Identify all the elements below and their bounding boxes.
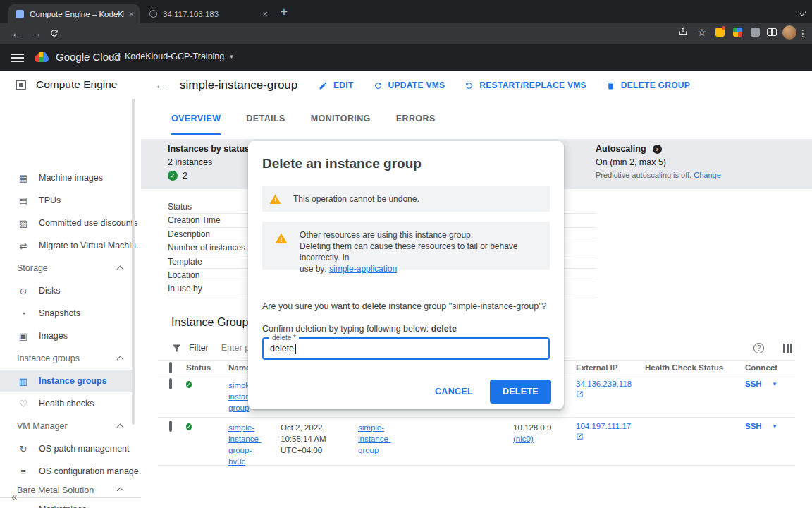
tab-details[interactable]: DETAILS (246, 99, 285, 135)
product-header: Compute Engine (0, 71, 141, 98)
sidebar-item-migrate[interactable]: ⇄Migrate to Virtual Machin... (0, 234, 141, 257)
sidebar-item-committed-use-discounts[interactable]: ▧Committed use discounts (0, 212, 141, 234)
page-header: ← simple-instance-group EDIT UPDATE VMS … (141, 71, 812, 99)
reload-icon[interactable] (49, 28, 59, 40)
ssh-button[interactable]: SSH▾ (745, 380, 795, 388)
extension-icon[interactable] (751, 28, 760, 37)
sidebar-item-instance-groups[interactable]: ▥Instance groups (0, 370, 134, 392)
status-ok-icon: ✓ (186, 423, 192, 430)
tab-monitoring[interactable]: MONITORING (311, 99, 371, 135)
tab-search-chevron-icon[interactable] (798, 8, 806, 16)
simple-application-link[interactable]: simple-application (329, 264, 397, 274)
open-in-new-icon[interactable] (576, 390, 584, 399)
share-icon[interactable] (678, 26, 688, 36)
browser-menu-icon[interactable]: ⋮ (798, 28, 808, 39)
external-ip-link[interactable]: 34.136.239.118 (576, 380, 632, 388)
sidebar-item-snapshots[interactable]: ◔Snapshots (0, 302, 141, 325)
creation-time: Oct 2, 2022,10:55:14 AMUTC+04:00 (278, 422, 355, 465)
split-screen-icon[interactable] (767, 28, 777, 36)
open-in-new-icon[interactable] (576, 433, 584, 442)
sidebar-section-bare-metal[interactable]: Bare Metal Solution (0, 483, 141, 497)
cancel-button[interactable]: CANCEL (435, 387, 473, 397)
tab-errors[interactable]: ERRORS (396, 99, 436, 135)
external-ip-link[interactable]: 104.197.111.17 (576, 422, 631, 430)
ok-count: 2 (183, 171, 187, 181)
change-link[interactable]: Change (694, 171, 721, 179)
sidebar-section-instance-groups[interactable]: Instance groups (0, 347, 141, 370)
extension-icon[interactable] (715, 28, 725, 37)
status-ok-icon: ✓ (186, 381, 192, 388)
sidebar-item-os-config[interactable]: ≡OS configuration manage... (0, 460, 141, 483)
browser-tab-active[interactable]: Compute Engine – KodeKloud... × (8, 4, 140, 23)
col-external-ip: External IP (573, 363, 642, 372)
col-health-check: Health Check Status (642, 363, 739, 372)
warning-triangle-icon (275, 232, 288, 245)
disks-icon: ⊙ (17, 286, 30, 296)
sidebar-section-vm-manager[interactable]: VM Manager (0, 415, 141, 437)
tab-overview[interactable]: OVERVIEW (171, 99, 221, 135)
warning-banner: Other resources are using this instance … (262, 222, 550, 270)
info-icon[interactable]: i (653, 145, 662, 154)
project-selector[interactable]: KodeKloud-GCP-Training ▾ (113, 52, 233, 61)
close-tab-icon[interactable]: × (128, 9, 134, 18)
extension-icon[interactable] (733, 28, 742, 37)
browser-tab-inactive[interactable]: 34.117.103.183 × (142, 4, 273, 23)
table-row: ✓ simple-instance-group-bv3c Oct 2, 2022… (158, 418, 795, 466)
edit-button[interactable]: EDIT (319, 80, 354, 90)
row-checkbox[interactable] (169, 378, 172, 389)
sidebar-scrollbar[interactable] (132, 99, 135, 425)
chevron-down-icon[interactable]: ▾ (773, 423, 777, 430)
select-all-checkbox[interactable] (169, 362, 172, 373)
tab-title: 34.117.103.183 (163, 10, 258, 18)
sidebar-item-images[interactable]: ▣Images (0, 325, 141, 347)
back-arrow-icon[interactable]: ← (155, 78, 167, 92)
instance-name-link[interactable]: simple-instance-group-bv3c (226, 422, 278, 465)
snapshots-icon: ◔ (17, 308, 30, 319)
delete-group-button[interactable]: DELETE GROUP (606, 80, 690, 90)
bookmark-star-icon[interactable]: ☆ (697, 27, 706, 38)
new-tab-button[interactable]: + (281, 6, 288, 18)
sidebar-item-marketplace[interactable]: ⌂Marketplace (0, 498, 141, 508)
console-favicon (16, 10, 24, 18)
filter-icon[interactable] (171, 343, 182, 353)
sidebar-item-health-checks[interactable]: ♡Health checks (0, 392, 141, 415)
confirm-delete-input[interactable]: delete * delete (262, 337, 550, 360)
warning-line: Other resources are using this instance … (300, 229, 543, 241)
site-favicon (149, 10, 157, 18)
delete-button[interactable]: DELETE (490, 380, 551, 404)
collapse-sidebar-icon[interactable]: « (11, 490, 17, 502)
column-chooser-icon[interactable] (783, 344, 792, 353)
chevron-up-icon (117, 488, 124, 495)
hamburger-menu-icon[interactable] (11, 54, 24, 62)
update-vms-button[interactable]: UPDATE VMS (374, 80, 445, 90)
col-connect: Connect (739, 363, 795, 372)
restart-icon (465, 81, 474, 90)
sidebar-item-machine-images[interactable]: ▦Machine images (0, 167, 141, 189)
google-cloud-logo[interactable]: Google Cloud (34, 51, 121, 63)
chevron-up-icon (117, 424, 124, 431)
chevron-down-icon[interactable]: ▾ (773, 380, 777, 387)
compute-engine-icon (16, 80, 26, 90)
help-icon[interactable]: ? (753, 343, 764, 353)
sidebar-item-os-patch[interactable]: ↻OS patch management (0, 437, 141, 460)
row-checkbox[interactable] (169, 421, 172, 432)
close-tab-icon[interactable]: × (262, 9, 268, 18)
project-icon (111, 52, 121, 61)
health-checks-icon: ♡ (17, 399, 30, 409)
warning-banner: This operation cannot be undone. (262, 186, 550, 212)
sidebar-item-disks[interactable]: ⊙Disks (0, 279, 141, 302)
confirm-instruction: Confirm deletion by typing following bel… (262, 324, 457, 334)
sidebar-section-storage[interactable]: Storage (0, 257, 141, 279)
restart-replace-vms-button[interactable]: RESTART/REPLACE VMS (465, 80, 586, 90)
ssh-button[interactable]: SSH▾ (745, 422, 795, 430)
autoscaling-value: On (min 2, max 5) (596, 157, 721, 167)
marketplace-icon: ⌂ (17, 504, 30, 508)
forward-icon[interactable]: → (31, 27, 42, 39)
template-link[interactable]: simple-instance-group (355, 422, 440, 465)
nic-link[interactable]: (nic0) (513, 433, 573, 445)
sidebar-item-tpus[interactable]: ▤TPUs (0, 189, 141, 212)
browser-avatar[interactable] (782, 25, 796, 40)
pencil-icon (319, 81, 328, 90)
product-title: Compute Engine (36, 78, 117, 91)
back-icon[interactable]: ← (11, 27, 22, 39)
